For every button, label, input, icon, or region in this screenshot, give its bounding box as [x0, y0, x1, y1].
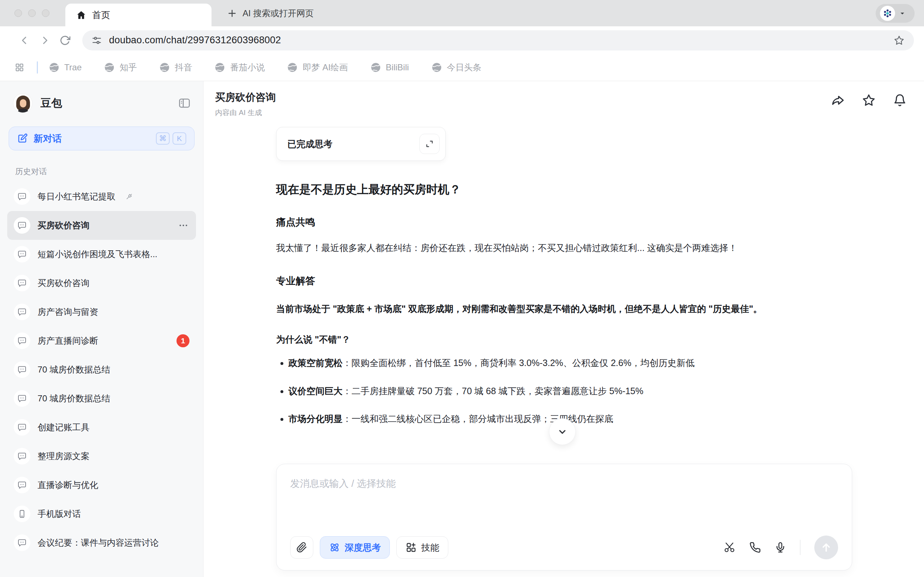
- notification-bell-button[interactable]: [893, 93, 907, 107]
- history-item[interactable]: 每日小红书笔记提取: [7, 182, 196, 211]
- chat-bubble-icon: [14, 390, 30, 407]
- url-field[interactable]: doubao.com/chat/29976312603968002: [82, 30, 914, 50]
- share-button[interactable]: [831, 93, 845, 107]
- browser-tabbar: 首页 AI 搜索或打开网页: [0, 0, 924, 26]
- section-title-painpoint: 痛点共鸣: [276, 216, 852, 229]
- tab-home[interactable]: 首页: [65, 3, 212, 26]
- bookmark-fanqie[interactable]: 番茄小说: [215, 62, 265, 73]
- bookmark-label: 番茄小说: [230, 62, 265, 73]
- bookmark-zhihu[interactable]: 知乎: [104, 62, 137, 73]
- sidebar-header: 豆包: [7, 93, 196, 113]
- history-item[interactable]: 买房砍价咨询: [7, 269, 196, 298]
- subsection-title: 为什么说 "不错"？: [276, 334, 852, 345]
- deep-think-toggle[interactable]: 深度思考: [320, 536, 390, 559]
- article-heading: 现在是不是历史上最好的买房时机？: [276, 182, 852, 198]
- chat-header: 买房砍价咨询 内容由 AI 生成: [204, 81, 924, 118]
- history-item[interactable]: 会议纪要：课件与内容运营讨论: [7, 528, 196, 557]
- chat-bubble-icon: [14, 419, 30, 436]
- new-chat-icon: [17, 133, 28, 144]
- new-chat-button[interactable]: 新对话 ⌘ K: [9, 127, 195, 150]
- bookmark-label: BiliBili: [386, 62, 409, 73]
- ai-generated-notice: 内容由 AI 生成: [215, 108, 276, 118]
- reload-button[interactable]: [55, 30, 75, 50]
- globe-icon: [215, 62, 225, 73]
- painpoint-paragraph: 我太懂了！最近很多家人都在纠结：房价还在跌，现在买怕站岗；不买又担心错过政策红利…: [276, 239, 852, 256]
- history-item[interactable]: 直播诊断与优化: [7, 471, 196, 500]
- skills-label: 技能: [421, 542, 439, 554]
- bookmarks-bar: Trae 知乎 抖音 番茄小说 即梦 AI绘画 BiliBili 今日头条: [0, 54, 924, 81]
- history-section-title: 历史对话: [15, 166, 196, 177]
- bookmark-star-icon[interactable]: [894, 35, 905, 46]
- skills-icon: [405, 542, 417, 553]
- shortcut-cmd-key: ⌘: [156, 132, 170, 145]
- item-more-icon[interactable]: [177, 219, 189, 232]
- history-item-mobile[interactable]: 手机版对话: [7, 500, 196, 528]
- bookmark-label: 抖音: [175, 62, 192, 73]
- bookmark-trae[interactable]: Trae: [49, 62, 82, 73]
- chat-bubble-icon: [14, 477, 30, 493]
- composer: 发消息或输入 / 选择技能 深度思考: [276, 464, 852, 571]
- clip-tool-button[interactable]: [723, 541, 736, 554]
- thinking-status-card[interactable]: 已完成思考: [276, 127, 446, 161]
- deep-think-icon: [329, 542, 340, 553]
- app-name: 豆包: [40, 96, 178, 111]
- chat-bubble-icon: [14, 217, 30, 234]
- forward-button[interactable]: [35, 30, 55, 50]
- favorite-button[interactable]: [862, 93, 876, 107]
- bookmark-douyin[interactable]: 抖音: [159, 62, 192, 73]
- tune-icon[interactable]: [92, 35, 102, 45]
- message-input[interactable]: 发消息或输入 / 选择技能: [290, 477, 838, 490]
- bookmark-bilibili[interactable]: BiliBili: [370, 62, 409, 73]
- history-item[interactable]: 70 城房价数据总结: [7, 384, 196, 413]
- chat-bubble-icon: [14, 275, 30, 292]
- globe-icon: [287, 62, 298, 73]
- collapse-sidebar-button[interactable]: [178, 97, 191, 110]
- globe-icon: [49, 62, 60, 73]
- history-item[interactable]: 整理房源文案: [7, 442, 196, 471]
- globe-icon: [431, 62, 442, 73]
- chat-title: 买房砍价咨询: [215, 90, 276, 104]
- history-item[interactable]: 创建记账工具: [7, 413, 196, 442]
- extension-menu[interactable]: [876, 4, 914, 23]
- url-text[interactable]: doubao.com/chat/29976312603968002: [109, 35, 887, 46]
- new-tab-button[interactable]: AI 搜索或打开网页: [212, 0, 330, 26]
- new-chat-label: 新对话: [34, 132, 153, 145]
- window-zoom-button[interactable]: [42, 10, 50, 17]
- chat-bubble-icon: [14, 188, 30, 205]
- history-item[interactable]: 70 城房价数据总结: [7, 355, 196, 384]
- sidebar: 豆包 新对话 ⌘ K 历史对话: [0, 81, 204, 577]
- scroll-to-bottom-button[interactable]: [549, 418, 576, 445]
- history-item-selected[interactable]: 买房砍价咨询: [7, 211, 196, 240]
- window-controls: [0, 0, 65, 26]
- bookmark-label: Trae: [64, 62, 82, 73]
- back-button[interactable]: [15, 30, 35, 50]
- attach-file-button[interactable]: [290, 536, 313, 559]
- section-title-answer: 专业解答: [276, 274, 852, 287]
- microphone-button[interactable]: [775, 542, 786, 553]
- extension-avatar: [880, 6, 895, 21]
- bookmark-label: 知乎: [120, 62, 137, 73]
- bookmark-jimeng[interactable]: 即梦 AI绘画: [287, 62, 347, 73]
- skills-button[interactable]: 技能: [396, 536, 448, 559]
- address-bar: doubao.com/chat/29976312603968002: [0, 26, 924, 54]
- chat-bubble-icon: [14, 246, 30, 263]
- window-close-button[interactable]: [15, 10, 22, 17]
- history-item[interactable]: 房产直播间诊断 1: [7, 326, 196, 355]
- composer-toolbar: 深度思考 技能: [290, 535, 838, 559]
- expand-thinking-button[interactable]: [419, 134, 439, 154]
- chat-main: 买房砍价咨询 内容由 AI 生成: [204, 81, 924, 577]
- history-list: 每日小红书笔记提取 买房砍价咨询 短篇小说创作困境及飞书表格...: [7, 182, 196, 577]
- send-button[interactable]: [814, 535, 838, 559]
- window-minimize-button[interactable]: [28, 10, 36, 17]
- avatar[interactable]: [13, 93, 32, 113]
- home-icon: [76, 10, 86, 20]
- globe-icon: [370, 62, 381, 73]
- bookmarks-divider: [37, 61, 38, 74]
- history-item[interactable]: 短篇小说创作困境及飞书表格...: [7, 240, 196, 269]
- apps-grid-icon[interactable]: [15, 62, 24, 73]
- unread-badge: 1: [176, 334, 189, 347]
- voice-call-button[interactable]: [749, 542, 761, 553]
- history-item[interactable]: 房产咨询与留资: [7, 298, 196, 326]
- chat-content: 已完成思考 现在是不是历史上最好的买房时机？ 痛点共鸣 我太懂了！最近很多家人都…: [276, 127, 852, 426]
- bookmark-toutiao[interactable]: 今日头条: [431, 62, 481, 73]
